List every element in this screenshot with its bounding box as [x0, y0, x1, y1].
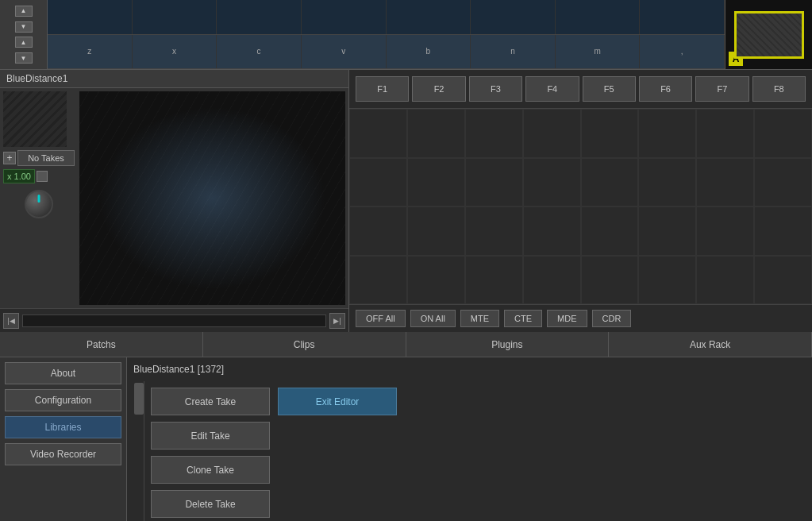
takes-header: + No Takes: [3, 150, 75, 166]
fkey-grid: [349, 109, 812, 304]
tab-patchs[interactable]: Patchs: [0, 332, 203, 357]
configuration-button[interactable]: Configuration: [5, 389, 121, 411]
volume-knob[interactable]: [25, 190, 53, 218]
fkey-f8[interactable]: F8: [752, 76, 806, 102]
fkey-f2[interactable]: F2: [412, 76, 465, 102]
fkey-cell[interactable]: [407, 256, 465, 305]
fkey-cell[interactable]: [465, 256, 523, 305]
fkey-cell[interactable]: [465, 158, 523, 207]
create-take-button[interactable]: Create Take: [151, 388, 270, 415]
multiplier-square-btn[interactable]: [37, 171, 48, 182]
vertical-scrollbar[interactable]: [133, 381, 144, 521]
edit-take-button[interactable]: Edit Take: [151, 422, 270, 450]
action-row-1: Create Take Exit Editor: [151, 388, 799, 415]
fkey-f6[interactable]: F6: [639, 76, 692, 102]
fkey-cell[interactable]: [349, 158, 407, 207]
fkey-cell[interactable]: [523, 109, 581, 158]
fkey-f5[interactable]: F5: [583, 76, 636, 102]
transport-forward-btn[interactable]: ▶|: [329, 313, 345, 329]
fkey-cell[interactable]: [407, 206, 465, 256]
track-cell-6: [471, 0, 556, 34]
fkey-cell[interactable]: [523, 206, 581, 256]
preview-top: A: [725, 0, 812, 69]
fkey-cell[interactable]: [465, 206, 523, 256]
fkey-cell[interactable]: [581, 158, 639, 207]
clip-content: + No Takes x 1.00: [0, 88, 348, 308]
clip-title: BlueDistance1: [0, 70, 348, 88]
cdr-button[interactable]: CDR: [592, 310, 632, 327]
action-row-4: Delete Take: [151, 490, 799, 518]
fkey-cell[interactable]: [349, 109, 407, 158]
fkey-cell[interactable]: [638, 206, 696, 256]
fkey-f3[interactable]: F3: [469, 76, 522, 102]
preview-top-image: [734, 11, 804, 59]
main-area: BlueDistance1 + No Takes x 1.00 |◀: [0, 70, 812, 332]
fkey-cell[interactable]: [638, 256, 696, 305]
fkey-cell[interactable]: [754, 109, 812, 158]
multiplier-value: x 1.00: [3, 169, 35, 183]
transport-bar: |◀ ▶|: [0, 308, 348, 332]
libraries-button[interactable]: Libraries: [5, 416, 121, 438]
fkey-f7[interactable]: F7: [695, 76, 749, 102]
action-row-3: Clone Take: [151, 456, 799, 484]
track-cell-4: [302, 0, 387, 34]
timeline-btn-down1[interactable]: ▼: [15, 21, 33, 33]
thumbnail-small: [3, 91, 67, 147]
track-label-b: b: [387, 35, 471, 69]
fkey-cell[interactable]: [581, 256, 639, 305]
timeline-controls: ▲ ▼ ▲ ▼: [0, 0, 48, 69]
track-label-z: z: [48, 35, 133, 69]
fkey-cell[interactable]: [465, 109, 523, 158]
bottom-buttons: OFF All ON All MTE CTE MDE CDR: [349, 304, 812, 332]
mde-button[interactable]: MDE: [547, 310, 587, 327]
fkey-cell[interactable]: [754, 256, 812, 305]
fkey-cell[interactable]: [407, 158, 465, 207]
fkeys-row: F1 F2 F3 F4 F5 F6 F7 F8: [349, 70, 812, 109]
track-label-x: x: [133, 35, 217, 69]
fkey-cell[interactable]: [523, 256, 581, 305]
fkey-cell[interactable]: [754, 206, 812, 256]
track-cell-1: [48, 0, 133, 34]
bottom-content: BlueDistance1 [1372] Create Take Exit Ed…: [127, 357, 812, 521]
fkey-cell[interactable]: [696, 256, 754, 305]
fkey-f1[interactable]: F1: [356, 76, 409, 102]
fkey-cell[interactable]: [696, 206, 754, 256]
add-take-button[interactable]: +: [3, 152, 16, 164]
clip-sidebar: + No Takes x 1.00: [3, 91, 75, 305]
no-takes-button[interactable]: No Takes: [17, 150, 75, 166]
tab-plugins[interactable]: Plugins: [406, 332, 610, 357]
fkey-cell[interactable]: [696, 109, 754, 158]
timeline-btn-down2[interactable]: ▼: [15, 52, 33, 64]
track-label-c: c: [217, 35, 302, 69]
fkey-cell[interactable]: [581, 206, 639, 256]
fkey-cell[interactable]: [696, 158, 754, 207]
timeline-btn-up1[interactable]: ▲: [15, 6, 33, 17]
video-recorder-button[interactable]: Video Recorder: [5, 443, 121, 465]
tab-clips[interactable]: Clips: [203, 332, 406, 357]
scrollbar-thumb[interactable]: [134, 383, 144, 415]
fkey-cell[interactable]: [407, 109, 465, 158]
fkey-cell[interactable]: [523, 158, 581, 207]
transport-back-btn[interactable]: |◀: [3, 313, 19, 329]
on-all-button[interactable]: ON All: [410, 310, 456, 327]
exit-editor-button[interactable]: Exit Editor: [278, 388, 397, 415]
off-all-button[interactable]: OFF All: [356, 310, 406, 327]
timeline-btn-up2[interactable]: ▲: [15, 37, 33, 48]
clone-take-button[interactable]: Clone Take: [151, 456, 270, 484]
fkey-cell[interactable]: [754, 158, 812, 207]
about-button[interactable]: About: [5, 362, 121, 384]
fkey-cell[interactable]: [638, 158, 696, 207]
bottom-main: Create Take Exit Editor Edit Take Clone …: [133, 381, 806, 521]
fkey-cell[interactable]: [349, 256, 407, 305]
fkey-cell[interactable]: [638, 109, 696, 158]
scrub-bar[interactable]: [22, 315, 326, 327]
fkey-cell[interactable]: [349, 206, 407, 256]
fkey-cell[interactable]: [581, 109, 639, 158]
mte-button[interactable]: MTE: [460, 310, 499, 327]
right-panel: F1 F2 F3 F4 F5 F6 F7 F8: [349, 70, 812, 332]
tab-aux-rack[interactable]: Aux Rack: [609, 332, 812, 357]
fkey-f4[interactable]: F4: [525, 76, 579, 102]
track-label-v: v: [302, 35, 387, 69]
cte-button[interactable]: CTE: [504, 310, 542, 327]
delete-take-button[interactable]: Delete Take: [151, 490, 270, 518]
